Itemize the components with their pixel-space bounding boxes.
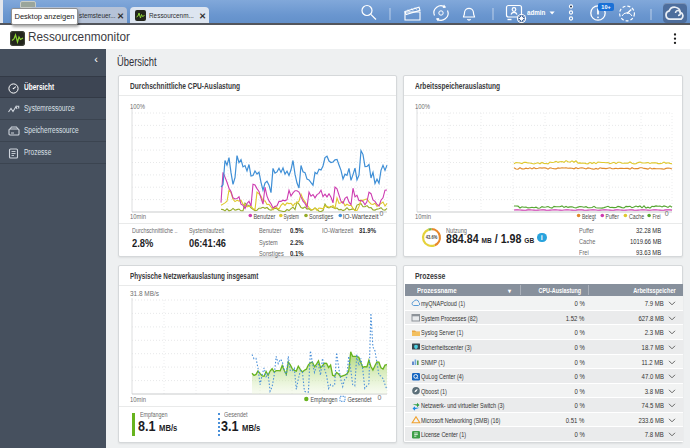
svg-text:0: 0: [378, 394, 382, 401]
svg-text:31.8 MB/s: 31.8 MB/s: [130, 290, 159, 297]
svg-text:Empfangen: Empfangen: [311, 396, 338, 404]
svg-text:43.6%: 43.6%: [426, 235, 438, 240]
svg-text:System: System: [284, 213, 300, 221]
svg-text:Benutzer: Benutzer: [253, 213, 276, 220]
svg-text:Gesendet: Gesendet: [348, 396, 372, 403]
svg-text:100%: 100%: [130, 103, 145, 110]
svg-text:10min: 10min: [130, 396, 146, 403]
svg-text:Sonstiges: Sonstiges: [309, 213, 334, 221]
svg-text:10min: 10min: [130, 213, 146, 220]
svg-text:0: 0: [380, 210, 384, 217]
svg-text:IO-Wartezeit: IO-Wartezeit: [343, 213, 379, 220]
